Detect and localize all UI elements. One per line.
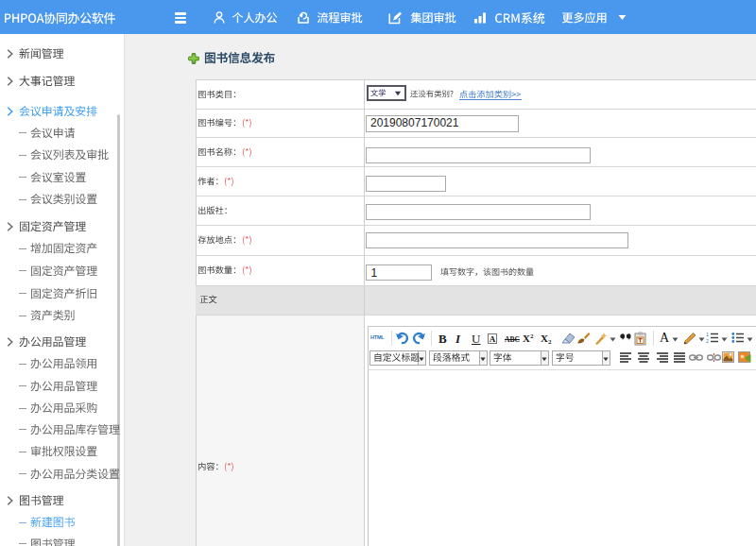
- svg-text:1: 1: [706, 332, 709, 337]
- svg-text:2: 2: [706, 338, 709, 344]
